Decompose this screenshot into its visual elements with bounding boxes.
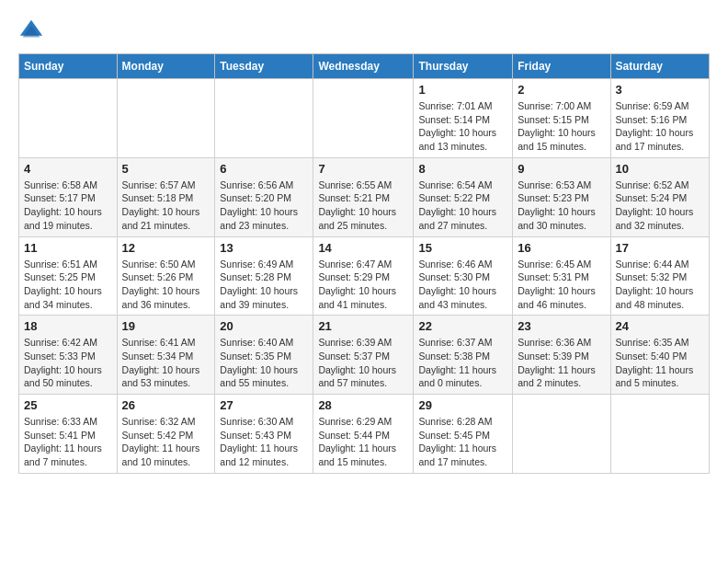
calendar-cell: 1Sunrise: 7:01 AMSunset: 5:14 PMDaylight… xyxy=(414,79,513,158)
day-info: Sunrise: 6:41 AMSunset: 5:34 PMDaylight:… xyxy=(122,336,210,390)
day-number: 2 xyxy=(518,83,605,97)
day-info: Sunrise: 6:29 AMSunset: 5:44 PMDaylight:… xyxy=(318,415,408,469)
day-number: 4 xyxy=(24,162,112,176)
page-header xyxy=(18,18,710,44)
day-number: 20 xyxy=(220,319,308,333)
calendar-header-row: SundayMondayTuesdayWednesdayThursdayFrid… xyxy=(19,54,710,79)
calendar-cell: 23Sunrise: 6:36 AMSunset: 5:39 PMDayligh… xyxy=(513,316,610,395)
logo-icon xyxy=(18,18,44,44)
day-number: 13 xyxy=(220,241,308,255)
col-header-saturday: Saturday xyxy=(610,54,710,79)
calendar-cell: 26Sunrise: 6:32 AMSunset: 5:42 PMDayligh… xyxy=(117,395,215,474)
day-info: Sunrise: 6:50 AMSunset: 5:26 PMDaylight:… xyxy=(122,258,210,312)
calendar-cell: 18Sunrise: 6:42 AMSunset: 5:33 PMDayligh… xyxy=(19,316,118,395)
calendar-cell: 16Sunrise: 6:45 AMSunset: 5:31 PMDayligh… xyxy=(513,236,610,316)
day-info: Sunrise: 6:36 AMSunset: 5:39 PMDaylight:… xyxy=(518,336,605,390)
calendar-cell: 4Sunrise: 6:58 AMSunset: 5:17 PMDaylight… xyxy=(19,157,118,236)
day-info: Sunrise: 6:30 AMSunset: 5:43 PMDaylight:… xyxy=(220,415,308,469)
day-info: Sunrise: 6:56 AMSunset: 5:20 PMDaylight:… xyxy=(220,178,308,233)
day-number: 14 xyxy=(318,241,408,255)
day-number: 24 xyxy=(616,319,705,333)
calendar-cell xyxy=(313,79,414,158)
day-info: Sunrise: 6:28 AMSunset: 5:45 PMDaylight:… xyxy=(418,415,507,469)
day-number: 18 xyxy=(24,319,112,333)
day-info: Sunrise: 6:51 AMSunset: 5:25 PMDaylight:… xyxy=(24,258,112,312)
day-info: Sunrise: 6:47 AMSunset: 5:29 PMDaylight:… xyxy=(318,258,408,312)
day-info: Sunrise: 6:39 AMSunset: 5:37 PMDaylight:… xyxy=(318,336,408,390)
day-info: Sunrise: 6:57 AMSunset: 5:18 PMDaylight:… xyxy=(122,178,210,233)
calendar-cell xyxy=(117,79,215,158)
day-number: 1 xyxy=(418,83,507,97)
day-number: 15 xyxy=(418,241,507,255)
calendar-cell: 25Sunrise: 6:33 AMSunset: 5:41 PMDayligh… xyxy=(19,395,118,474)
day-info: Sunrise: 6:33 AMSunset: 5:41 PMDaylight:… xyxy=(24,415,112,469)
day-number: 12 xyxy=(122,241,210,255)
calendar-cell: 21Sunrise: 6:39 AMSunset: 5:37 PMDayligh… xyxy=(313,316,414,395)
col-header-thursday: Thursday xyxy=(414,54,513,79)
calendar-cell xyxy=(19,79,118,158)
calendar-cell: 6Sunrise: 6:56 AMSunset: 5:20 PMDaylight… xyxy=(215,157,313,236)
col-header-sunday: Sunday xyxy=(19,54,118,79)
calendar-cell: 15Sunrise: 6:46 AMSunset: 5:30 PMDayligh… xyxy=(414,236,513,316)
calendar-cell: 5Sunrise: 6:57 AMSunset: 5:18 PMDaylight… xyxy=(117,157,215,236)
calendar-cell: 10Sunrise: 6:52 AMSunset: 5:24 PMDayligh… xyxy=(610,157,710,236)
logo xyxy=(18,18,48,44)
day-number: 16 xyxy=(518,241,605,255)
day-number: 5 xyxy=(122,162,210,176)
day-number: 3 xyxy=(616,83,705,97)
calendar-week-row: 18Sunrise: 6:42 AMSunset: 5:33 PMDayligh… xyxy=(19,316,710,395)
day-info: Sunrise: 6:52 AMSunset: 5:24 PMDaylight:… xyxy=(616,178,705,233)
day-number: 6 xyxy=(220,162,308,176)
day-info: Sunrise: 6:58 AMSunset: 5:17 PMDaylight:… xyxy=(24,178,112,233)
calendar-cell: 20Sunrise: 6:40 AMSunset: 5:35 PMDayligh… xyxy=(215,316,313,395)
calendar-cell xyxy=(513,395,610,474)
day-number: 22 xyxy=(418,319,507,333)
day-number: 7 xyxy=(318,162,408,176)
day-info: Sunrise: 6:54 AMSunset: 5:22 PMDaylight:… xyxy=(418,178,507,233)
day-info: Sunrise: 6:53 AMSunset: 5:23 PMDaylight:… xyxy=(518,178,605,233)
day-info: Sunrise: 6:59 AMSunset: 5:16 PMDaylight:… xyxy=(616,99,705,154)
day-number: 19 xyxy=(122,319,210,333)
calendar-cell: 13Sunrise: 6:49 AMSunset: 5:28 PMDayligh… xyxy=(215,236,313,316)
col-header-friday: Friday xyxy=(513,54,610,79)
day-info: Sunrise: 6:37 AMSunset: 5:38 PMDaylight:… xyxy=(418,336,507,390)
day-info: Sunrise: 6:46 AMSunset: 5:30 PMDaylight:… xyxy=(418,258,507,312)
calendar-cell xyxy=(215,79,313,158)
day-number: 25 xyxy=(24,398,112,412)
calendar-cell: 2Sunrise: 7:00 AMSunset: 5:15 PMDaylight… xyxy=(513,79,610,158)
day-info: Sunrise: 6:42 AMSunset: 5:33 PMDaylight:… xyxy=(24,336,112,390)
calendar-week-row: 25Sunrise: 6:33 AMSunset: 5:41 PMDayligh… xyxy=(19,395,710,474)
calendar-cell: 8Sunrise: 6:54 AMSunset: 5:22 PMDaylight… xyxy=(414,157,513,236)
calendar-cell: 12Sunrise: 6:50 AMSunset: 5:26 PMDayligh… xyxy=(117,236,215,316)
day-number: 21 xyxy=(318,319,408,333)
calendar-cell: 9Sunrise: 6:53 AMSunset: 5:23 PMDaylight… xyxy=(513,157,610,236)
day-number: 11 xyxy=(24,241,112,255)
col-header-wednesday: Wednesday xyxy=(313,54,414,79)
day-info: Sunrise: 7:00 AMSunset: 5:15 PMDaylight:… xyxy=(518,99,605,154)
day-info: Sunrise: 6:32 AMSunset: 5:42 PMDaylight:… xyxy=(122,415,210,469)
col-header-tuesday: Tuesday xyxy=(215,54,313,79)
calendar-cell: 14Sunrise: 6:47 AMSunset: 5:29 PMDayligh… xyxy=(313,236,414,316)
calendar-cell: 17Sunrise: 6:44 AMSunset: 5:32 PMDayligh… xyxy=(610,236,710,316)
day-info: Sunrise: 6:40 AMSunset: 5:35 PMDaylight:… xyxy=(220,336,308,390)
day-number: 23 xyxy=(518,319,605,333)
day-number: 29 xyxy=(418,398,507,412)
calendar-cell: 29Sunrise: 6:28 AMSunset: 5:45 PMDayligh… xyxy=(414,395,513,474)
calendar-cell: 22Sunrise: 6:37 AMSunset: 5:38 PMDayligh… xyxy=(414,316,513,395)
day-info: Sunrise: 6:49 AMSunset: 5:28 PMDaylight:… xyxy=(220,258,308,312)
day-info: Sunrise: 7:01 AMSunset: 5:14 PMDaylight:… xyxy=(418,99,507,154)
day-number: 28 xyxy=(318,398,408,412)
calendar-cell: 19Sunrise: 6:41 AMSunset: 5:34 PMDayligh… xyxy=(117,316,215,395)
calendar-week-row: 11Sunrise: 6:51 AMSunset: 5:25 PMDayligh… xyxy=(19,236,710,316)
col-header-monday: Monday xyxy=(117,54,215,79)
day-number: 10 xyxy=(616,162,705,176)
day-info: Sunrise: 6:45 AMSunset: 5:31 PMDaylight:… xyxy=(518,258,605,312)
calendar-cell: 7Sunrise: 6:55 AMSunset: 5:21 PMDaylight… xyxy=(313,157,414,236)
calendar-cell: 28Sunrise: 6:29 AMSunset: 5:44 PMDayligh… xyxy=(313,395,414,474)
calendar-cell: 11Sunrise: 6:51 AMSunset: 5:25 PMDayligh… xyxy=(19,236,118,316)
day-number: 9 xyxy=(518,162,605,176)
day-number: 27 xyxy=(220,398,308,412)
day-info: Sunrise: 6:55 AMSunset: 5:21 PMDaylight:… xyxy=(318,178,408,233)
day-info: Sunrise: 6:44 AMSunset: 5:32 PMDaylight:… xyxy=(616,258,705,312)
calendar-cell: 27Sunrise: 6:30 AMSunset: 5:43 PMDayligh… xyxy=(215,395,313,474)
